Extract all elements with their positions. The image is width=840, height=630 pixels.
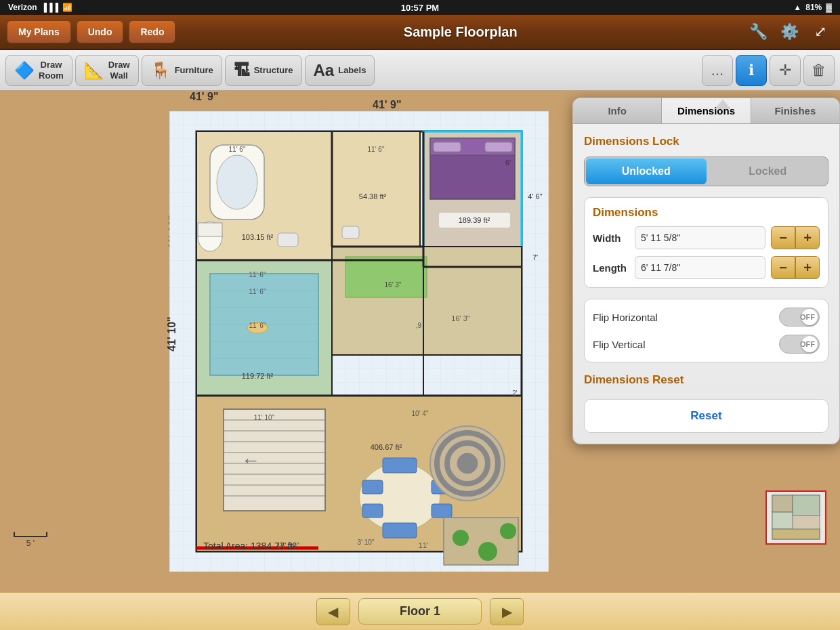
next-floor-button[interactable]: ▶ <box>490 598 524 625</box>
dimensions-panel: Info Dimensions Finishes Dimensions Lock… <box>572 98 840 444</box>
trash-icon-button[interactable]: 🗑 <box>803 55 835 86</box>
svg-text:189.39 ft²: 189.39 ft² <box>459 216 490 224</box>
redo-button[interactable]: Redo <box>129 20 175 43</box>
more-button[interactable]: ... <box>702 55 733 86</box>
svg-text:54.38 ft²: 54.38 ft² <box>359 192 387 201</box>
draw-room-button[interactable]: 🔷 DrawRoom <box>5 55 72 86</box>
top-dimension-label: 41' 9" <box>190 91 219 103</box>
svg-text:11' 6": 11' 6" <box>249 271 266 278</box>
svg-rect-91 <box>772 529 820 539</box>
more-icon: ... <box>711 62 723 79</box>
svg-text:11' 6": 11' 6" <box>249 322 266 329</box>
flip-vertical-toggle[interactable]: OFF <box>779 335 820 354</box>
width-row: Width − + <box>593 226 820 249</box>
length-increment-button[interactable]: + <box>795 256 820 279</box>
svg-rect-14 <box>434 142 461 152</box>
svg-text:119.72 ft²: 119.72 ft² <box>242 372 274 380</box>
svg-point-40 <box>359 463 440 531</box>
wrench-icon-button[interactable]: 🔧 <box>745 19 771 45</box>
svg-text:6': 6' <box>505 159 511 167</box>
svg-rect-27 <box>345 257 427 297</box>
unlocked-button[interactable]: Unlocked <box>586 159 707 184</box>
flip-vertical-label: Flip Vertical <box>593 339 779 350</box>
wifi-icon: 📶 <box>62 3 72 12</box>
tab-dimensions[interactable]: Dimensions <box>662 98 751 123</box>
labels-button[interactable]: Aa Labels <box>305 55 375 86</box>
svg-text:,9: ,9 <box>416 322 422 329</box>
svg-text:11' 6": 11' 6" <box>249 288 266 295</box>
length-label: Length <box>593 262 629 274</box>
svg-rect-6 <box>278 233 298 247</box>
prev-floor-button[interactable]: ◀ <box>316 598 350 625</box>
gear-icon-button[interactable]: ⚙️ <box>776 19 802 45</box>
svg-rect-15 <box>485 142 512 152</box>
width-stepper: − + <box>771 226 820 249</box>
draw-wall-button[interactable]: 📐 DrawWall <box>75 55 139 86</box>
furniture-button[interactable]: 🪑 Furniture <box>142 55 222 86</box>
battery-icon: ▓ <box>826 3 832 12</box>
svg-rect-41 <box>362 480 383 494</box>
floor-label: Floor 1 <box>358 598 482 625</box>
flip-horizontal-row: Flip Horizontal OFF <box>593 308 820 327</box>
length-decrement-button[interactable]: − <box>771 256 795 279</box>
labels-icon: Aa <box>314 61 335 80</box>
status-bar: Verizon ▐▐▐ 📶 10:57 PM ▲ 81% ▓ <box>0 0 840 15</box>
panel-caret <box>715 100 731 109</box>
lock-section: Dimensions Lock Unlocked Locked <box>584 135 828 186</box>
svg-text:11' 6": 11' 6" <box>368 146 385 153</box>
info-icon-button[interactable]: ℹ <box>736 55 767 86</box>
info-icon: ℹ <box>749 62 754 79</box>
lock-section-title: Dimensions Lock <box>584 135 828 148</box>
undo-button[interactable]: Undo <box>77 20 124 43</box>
svg-text:7': 7' <box>532 253 538 261</box>
structure-button[interactable]: 🏗 Structure <box>225 55 302 86</box>
labels-label: Labels <box>338 65 366 75</box>
my-plans-button[interactable]: My Plans <box>7 20 71 43</box>
width-input[interactable] <box>635 226 765 249</box>
reset-button[interactable]: Reset <box>584 399 828 433</box>
svg-text:11' 10": 11' 10" <box>254 414 275 421</box>
floorplan-canvas[interactable]: 189.39 ft² 16' 3" ← <box>169 111 549 572</box>
panel-tabs: Info Dimensions Finishes <box>573 98 839 124</box>
flip-horizontal-label: Flip Horizontal <box>593 312 779 323</box>
svg-text:11' 6": 11' 6" <box>229 146 246 153</box>
panel-body: Dimensions Lock Unlocked Locked Dimensio… <box>573 124 839 444</box>
structure-icon: 🏗 <box>234 61 250 80</box>
carrier-label: Verizon <box>8 3 37 12</box>
flip-vertical-value: OFF <box>800 340 815 348</box>
tab-finishes[interactable]: Finishes <box>751 98 839 123</box>
svg-text:2': 2' <box>512 390 518 397</box>
svg-text:3' 10": 3' 10" <box>358 539 375 546</box>
svg-rect-45 <box>383 458 417 473</box>
svg-point-5 <box>217 155 257 209</box>
svg-rect-88 <box>772 495 793 512</box>
lock-toggle: Unlocked Locked <box>584 156 828 186</box>
width-increment-button[interactable]: + <box>795 226 820 249</box>
svg-rect-42 <box>362 504 383 518</box>
svg-text:103.15 ft²: 103.15 ft² <box>242 233 274 241</box>
export-icon-button[interactable]: ⤢ <box>807 19 833 45</box>
flip-section: Flip Horizontal OFF Flip Vertical OFF <box>584 299 828 362</box>
svg-text:16' 3": 16' 3" <box>385 281 402 289</box>
furniture-icon: 🪑 <box>150 61 171 80</box>
svg-point-50 <box>457 453 478 474</box>
move-icon: ✛ <box>779 62 791 79</box>
dimensions-section: Dimensions Width − + Length − + <box>584 197 828 288</box>
tab-info[interactable]: Info <box>573 98 662 123</box>
move-icon-button[interactable]: ✛ <box>770 55 801 86</box>
locked-button[interactable]: Locked <box>708 157 828 186</box>
minimap[interactable] <box>765 490 826 545</box>
draw-wall-icon: 📐 <box>84 61 104 80</box>
status-time: 10:57 PM <box>401 3 439 13</box>
reset-section-title: Dimensions Reset <box>584 373 828 387</box>
draw-room-label: DrawRoom <box>39 60 64 81</box>
floor-navigation: ◀ Floor 1 ▶ <box>0 592 840 630</box>
width-decrement-button[interactable]: − <box>771 226 795 249</box>
length-input[interactable] <box>635 256 765 279</box>
svg-text:406.67 ft²: 406.67 ft² <box>371 443 402 451</box>
mode-toolbar: 🔷 DrawRoom 📐 DrawWall 🪑 Furniture 🏗 Stru… <box>0 50 840 91</box>
length-stepper: − + <box>771 256 820 279</box>
svg-text:11': 11' <box>419 541 428 549</box>
flip-horizontal-toggle[interactable]: OFF <box>779 308 820 327</box>
svg-rect-44 <box>432 504 452 518</box>
